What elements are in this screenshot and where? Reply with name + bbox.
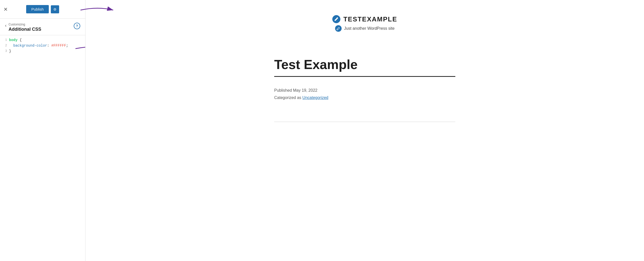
line-number-1: 1 — [0, 37, 9, 43]
line-content-3: } — [9, 48, 85, 54]
pencil-icon-large — [334, 17, 339, 21]
post-title: Test Example — [274, 57, 455, 77]
help-icon: ? — [74, 23, 80, 29]
customizer-panel: ✕ Publish ⚙ ‹ Customizing Additional CSS… — [0, 0, 86, 261]
categorized-line: Categorized as Uncategorized — [274, 94, 455, 102]
site-header: TESTEXAMPLE Just another WordPress site — [86, 0, 644, 42]
post-divider — [274, 122, 455, 122]
pencil-icon-small — [337, 27, 340, 30]
code-line-2: 2 background-color: #FFFFFF; — [0, 43, 85, 48]
site-title: TESTEXAMPLE — [343, 15, 397, 23]
line-content-2: background-color: #FFFFFF; — [9, 43, 85, 48]
help-button[interactable]: ? — [74, 23, 80, 30]
category-link[interactable]: Uncategorized — [302, 95, 328, 100]
svg-text:?: ? — [76, 24, 78, 28]
site-title-row: TESTEXAMPLE — [332, 15, 397, 23]
section-header: ‹ Customizing Additional CSS ? — [0, 19, 85, 35]
site-tagline-row: Just another WordPress site — [335, 25, 395, 32]
customizing-label: Customizing — [9, 23, 74, 26]
back-button[interactable]: ‹ — [5, 23, 7, 28]
post-content: Test Example Published May 19, 2022 Cate… — [264, 57, 465, 122]
section-header-text: Customizing Additional CSS — [9, 23, 74, 32]
preview-panel: TESTEXAMPLE Just another WordPress site … — [86, 0, 644, 261]
line-number-2: 2 — [0, 43, 9, 48]
site-tagline: Just another WordPress site — [344, 26, 395, 31]
close-button[interactable]: ✕ — [4, 7, 8, 12]
top-bar: ✕ Publish ⚙ — [0, 0, 85, 19]
code-line-3: 3 } — [0, 48, 85, 54]
publish-button[interactable]: Publish — [26, 5, 49, 13]
published-date: Published May 19, 2022 — [274, 87, 455, 94]
preview-area: TESTEXAMPLE Just another WordPress site … — [86, 0, 644, 261]
site-title-icon — [332, 15, 340, 23]
categorized-label: Categorized as — [274, 95, 301, 100]
post-meta: Published May 19, 2022 Categorized as Un… — [274, 87, 455, 102]
section-title: Additional CSS — [9, 27, 41, 32]
line-content-1: body { — [9, 37, 85, 43]
site-tagline-icon — [335, 25, 342, 32]
code-editor[interactable]: 1 body { 2 background-color: #FFFFFF; 3 … — [0, 35, 85, 261]
line-number-3: 3 — [0, 48, 9, 54]
settings-button[interactable]: ⚙ — [51, 5, 59, 13]
code-line-1: 1 body { — [0, 37, 85, 43]
